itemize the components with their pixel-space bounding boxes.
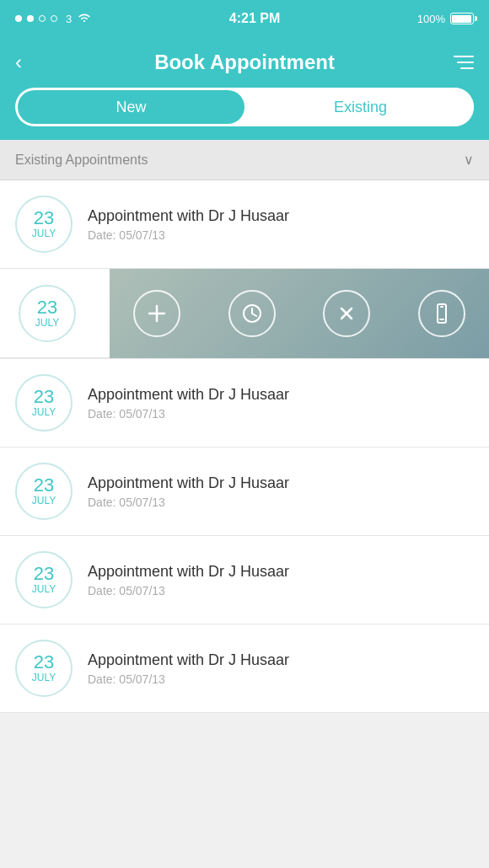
appointment-info: Appointment with Dr J Husaar Date: 05/07… xyxy=(88,651,474,686)
plus-icon xyxy=(145,302,169,325)
signal-dot-2 xyxy=(27,15,34,22)
date-badge: 23 JULY xyxy=(15,463,73,520)
header: ‹ Book Appointment xyxy=(0,37,489,88)
battery-icon xyxy=(450,13,474,24)
date-month: JULY xyxy=(32,583,56,595)
date-day: 23 xyxy=(37,298,57,317)
appointments-list: 23 JULY Appointment with Dr J Husaar Dat… xyxy=(0,180,489,713)
date-month: JULY xyxy=(32,406,56,418)
list-item: 23 JULY Appointment with Dr J Husaar Dat… xyxy=(0,447,489,536)
date-badge: 23 JULY xyxy=(15,196,73,253)
battery-percent: 100% xyxy=(417,13,445,25)
date-badge: 23 JULY xyxy=(15,640,73,697)
date-day: 23 xyxy=(34,653,54,672)
date-month: JULY xyxy=(32,495,56,506)
menu-line-2 xyxy=(457,62,474,63)
tab-bar: New Existing xyxy=(0,88,489,140)
swiped-row: 23 JULY xyxy=(0,269,489,358)
signal-number: 3 xyxy=(66,13,72,25)
appointment-title: Appointment with Dr J Husaar xyxy=(88,651,474,669)
appointment-info: Appointment with Dr J Husaar Date: 05/07… xyxy=(88,563,474,597)
date-day: 23 xyxy=(34,565,54,583)
page-title: Book Appointment xyxy=(42,51,447,74)
appointment-title: Appointment with Dr J Husaar xyxy=(88,563,474,581)
appointment-date: Date: 05/07/13 xyxy=(88,672,474,686)
back-button[interactable]: ‹ xyxy=(15,51,42,74)
date-badge: 23 JULY xyxy=(15,551,73,608)
section-header[interactable]: Existing Appointments ∨ xyxy=(0,140,489,180)
wifi-icon xyxy=(77,12,92,26)
signal-dot-4 xyxy=(51,15,57,22)
clock-icon xyxy=(240,302,264,325)
list-item: 23 JULY Appointment with Dr J Husaar Dat… xyxy=(0,536,489,624)
appointment-info: Appointment with Dr J Husaar Date: 05/07… xyxy=(88,386,474,421)
date-badge: 23 JULY xyxy=(15,374,73,431)
x-icon xyxy=(335,302,358,325)
appointment-info: Appointment with Dr J Husaar Date: 05/07… xyxy=(88,474,474,509)
swipe-actions xyxy=(110,269,489,358)
add-action-button[interactable] xyxy=(133,290,180,337)
appointment-title: Appointment with Dr J Husaar xyxy=(88,474,474,492)
clock-action-button[interactable] xyxy=(228,290,276,337)
date-badge: 23 JULY xyxy=(19,285,76,342)
appointment-date: Date: 05/07/13 xyxy=(88,496,474,509)
appointment-date: Date: 05/07/13 xyxy=(88,584,474,597)
appointment-title: Appointment with Dr J Husaar xyxy=(88,207,474,225)
appointment-date: Date: 05/07/13 xyxy=(88,407,474,421)
phone-action-button[interactable] xyxy=(418,290,465,337)
status-bar: 3 4:21 PM 100% xyxy=(0,0,489,37)
status-time: 4:21 PM xyxy=(229,11,280,26)
date-day: 23 xyxy=(34,476,54,495)
appointment-date: Date: 05/07/13 xyxy=(88,228,474,242)
signal-dot-1 xyxy=(15,15,22,22)
date-day: 23 xyxy=(34,209,54,228)
list-item: 23 JULY Appointment with Dr J Husaar Dat… xyxy=(0,624,489,713)
chevron-down-icon: ∨ xyxy=(464,152,474,168)
list-item: 23 JULY Appointment with Dr J Husaar Dat… xyxy=(0,180,489,269)
tab-new[interactable]: New xyxy=(18,90,244,124)
date-month: JULY xyxy=(32,672,56,683)
date-day: 23 xyxy=(34,388,54,406)
appointment-info: Appointment with Dr J Husaar Date: 05/07… xyxy=(88,207,474,242)
menu-button[interactable] xyxy=(447,56,474,69)
status-left: 3 xyxy=(15,12,92,26)
appointment-title: Appointment with Dr J Husaar xyxy=(88,386,474,404)
status-right: 100% xyxy=(417,13,474,25)
list-item: 23 JULY Appointment with Dr J Husaar Dat… xyxy=(0,359,489,447)
svg-line-4 xyxy=(252,313,256,316)
tab-existing[interactable]: Existing xyxy=(247,88,474,126)
close-action-button[interactable] xyxy=(323,290,370,337)
list-item-swiped: 23 JULY xyxy=(0,269,489,359)
swiped-date-section: 23 JULY xyxy=(0,269,110,358)
section-header-text: Existing Appointments xyxy=(15,153,148,168)
tab-container: New Existing xyxy=(15,88,474,126)
menu-line-1 xyxy=(454,56,474,57)
date-month: JULY xyxy=(32,228,56,239)
phone-icon xyxy=(430,302,454,325)
signal-dot-3 xyxy=(39,15,46,22)
menu-line-3 xyxy=(460,67,474,69)
date-month: JULY xyxy=(35,317,59,329)
